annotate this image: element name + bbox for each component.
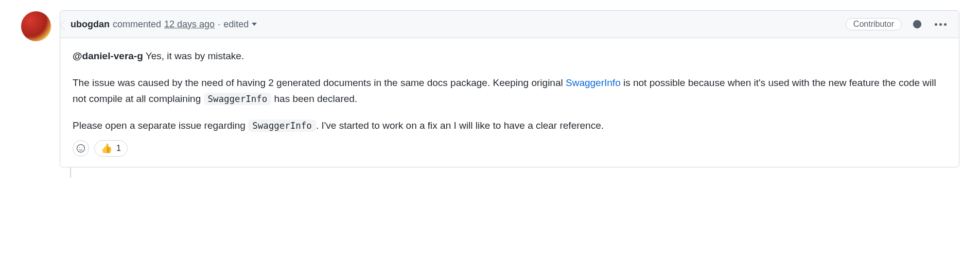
kebab-icon xyxy=(935,23,947,26)
svg-point-4 xyxy=(79,147,80,147)
inline-code: SwaggerInfo xyxy=(204,93,272,105)
svg-point-0 xyxy=(914,21,921,28)
timestamp-link[interactable]: 12 days ago xyxy=(164,19,215,30)
comment-body: @daniel-vera-g Yes, it was by mistake. T… xyxy=(60,38,959,167)
comment-header: ubogdan commented 12 days ago · edited C… xyxy=(60,11,959,38)
code-reference-link[interactable]: SwaggerInfo xyxy=(566,77,621,88)
kebab-menu-button[interactable] xyxy=(933,21,949,28)
role-badge: Contributor xyxy=(846,18,902,30)
comment-box: ubogdan commented 12 days ago · edited C… xyxy=(60,10,959,167)
smiley-icon xyxy=(912,19,922,29)
comment-text: has been declared. xyxy=(271,93,357,104)
svg-point-3 xyxy=(77,144,85,152)
smiley-icon xyxy=(76,143,86,153)
comment-text: . I've started to work on a fix an I wil… xyxy=(316,120,604,131)
inline-code: SwaggerInfo xyxy=(248,120,316,132)
comment-text: The issue was caused by the need of havi… xyxy=(73,77,566,88)
user-mention[interactable]: @daniel-vera-g xyxy=(73,50,143,61)
comment-paragraph: The issue was caused by the need of havi… xyxy=(73,75,947,107)
author-link[interactable]: ubogdan xyxy=(71,19,110,30)
reaction-picker-button[interactable] xyxy=(73,140,89,157)
commented-label: commented xyxy=(113,19,161,30)
comment-text: Please open a separate issue regarding xyxy=(73,120,248,131)
svg-point-5 xyxy=(82,147,82,147)
comment-paragraph: Please open a separate issue regarding S… xyxy=(73,118,947,133)
add-reaction-button[interactable] xyxy=(910,17,924,31)
comment-text: Yes, it was by mistake. xyxy=(143,50,244,61)
reaction-bar: 👍 1 xyxy=(73,140,947,157)
chevron-down-icon xyxy=(252,23,257,26)
edited-label: edited xyxy=(223,19,249,30)
reaction-count: 1 xyxy=(116,144,121,153)
avatar[interactable] xyxy=(21,11,51,41)
svg-point-2 xyxy=(918,23,919,24)
thumbs-up-icon: 👍 xyxy=(101,143,112,154)
separator-dot: · xyxy=(218,19,220,30)
svg-point-1 xyxy=(916,23,916,24)
reaction-thumbs-up[interactable]: 👍 1 xyxy=(94,140,128,157)
edited-dropdown[interactable]: edited xyxy=(223,19,257,30)
comment-paragraph: @daniel-vera-g Yes, it was by mistake. xyxy=(73,48,947,64)
